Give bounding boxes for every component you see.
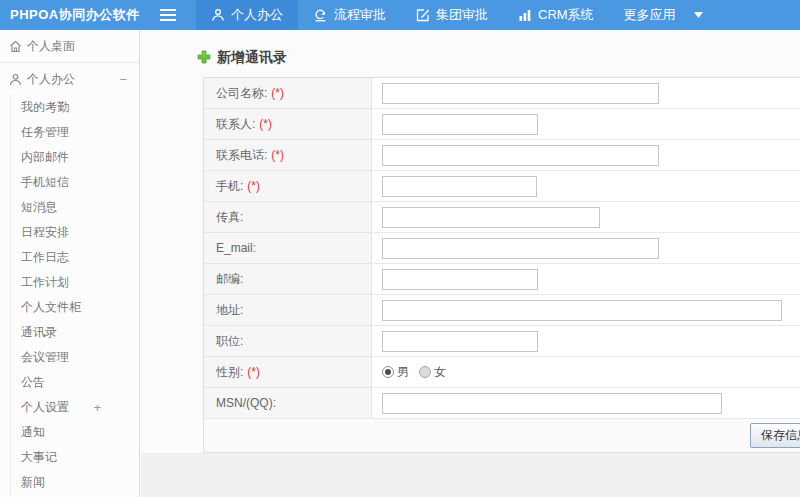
sidebar-item-label: 个人文件柜 (21, 299, 81, 316)
input-邮编[interactable] (382, 269, 538, 290)
expand-icon[interactable]: + (93, 400, 101, 415)
nav-label: 更多应用 (624, 6, 676, 24)
field-label: 邮编: (216, 271, 243, 288)
nav-item-更多应用[interactable]: 更多应用 (609, 0, 718, 30)
input-MSN/(QQ)[interactable] (382, 393, 722, 414)
input-职位[interactable] (382, 331, 538, 352)
sidebar-item-通知[interactable]: 通知 (0, 420, 139, 445)
field-label-cell: E_mail: (204, 233, 372, 263)
input-联系人[interactable] (382, 114, 538, 135)
form-row: 联系电话: (*) (204, 140, 800, 171)
sidebar-item-label: 内部邮件 (21, 149, 69, 166)
radio-icon[interactable] (419, 366, 431, 378)
field-input-cell (372, 109, 800, 139)
nav-label: 流程审批 (334, 6, 386, 24)
sidebar-item-大事记[interactable]: 大事记 (0, 445, 139, 470)
person-icon (211, 8, 225, 22)
sidebar-item-通讯录[interactable]: 通讯录 (0, 320, 139, 345)
process-icon (313, 8, 328, 22)
radio-option-女[interactable]: 女 (419, 364, 446, 381)
field-input-cell (372, 295, 800, 325)
nav-item-CRM系统[interactable]: CRM系统 (503, 0, 609, 30)
form-row: MSN/(QQ): (204, 388, 800, 419)
field-label: 地址: (216, 302, 243, 319)
field-label: 手机: (216, 178, 243, 195)
input-传真[interactable] (382, 207, 600, 228)
sidebar-item-label: 工作计划 (21, 274, 69, 291)
field-label: 联系人: (216, 116, 255, 133)
sidebar-item-会议管理[interactable]: 会议管理 (0, 345, 139, 370)
required-mark: (*) (247, 179, 260, 193)
field-label-cell: 职位: (204, 326, 372, 356)
form-row: 地址: (204, 295, 800, 326)
sidebar-item-label: 工作日志 (21, 249, 69, 266)
input-E_mail[interactable] (382, 238, 659, 259)
field-label: 公司名称: (216, 85, 267, 102)
sidebar-submenu: 我的考勤 任务管理 内部邮件 手机短信 短消息 日程安排 工作日志 工作计划 个… (0, 95, 139, 495)
content-footer-area (141, 453, 800, 497)
field-input-cell (372, 202, 800, 232)
form-row: 职位: (204, 326, 800, 357)
input-公司名称[interactable] (382, 83, 659, 104)
nav-label: 集团审批 (436, 6, 488, 24)
field-input-cell (372, 388, 800, 418)
chart-icon (518, 8, 532, 22)
sidebar-item-label: 新闻 (21, 474, 45, 491)
field-label-cell: 联系人: (*) (204, 109, 372, 139)
field-label-cell: 手机: (*) (204, 171, 372, 201)
sidebar-item-公告[interactable]: 公告 (0, 370, 139, 395)
field-input-cell (372, 171, 800, 201)
sidebar-item-个人文件柜[interactable]: 个人文件柜 (0, 295, 139, 320)
form-row: 传真: (204, 202, 800, 233)
main-content: 新增通讯录 公司名称: (*) 联系人: (*) 联系电话: (*) 手机: (… (141, 30, 800, 497)
sidebar-item-label: 短消息 (21, 199, 57, 216)
radio-option-男[interactable]: 男 (382, 364, 409, 381)
sidebar-item-日程安排[interactable]: 日程安排 (0, 220, 139, 245)
save-button[interactable]: 保存信息 (750, 423, 800, 448)
sidebar-item-label: 通讯录 (21, 324, 57, 341)
sidebar-item-新闻[interactable]: 新闻 (0, 470, 139, 495)
field-input-cell (372, 233, 800, 263)
input-手机[interactable] (382, 176, 537, 197)
field-label-cell: MSN/(QQ): (204, 388, 372, 418)
required-mark: (*) (271, 148, 284, 162)
field-label-cell: 公司名称: (*) (204, 78, 372, 108)
nav-item-集团审批[interactable]: 集团审批 (401, 0, 503, 30)
input-地址[interactable] (382, 300, 782, 321)
field-input-cell: 男女 (372, 357, 800, 387)
field-label-cell: 邮编: (204, 264, 372, 294)
sidebar-item-label: 公告 (21, 374, 45, 391)
field-label: 职位: (216, 333, 243, 350)
caret-down-icon (694, 12, 703, 18)
sidebar-item-desktop[interactable]: 个人桌面 (0, 30, 139, 63)
nav-item-流程审批[interactable]: 流程审批 (298, 0, 401, 30)
sidebar-item-label: 任务管理 (21, 124, 69, 141)
sidebar-item-短消息[interactable]: 短消息 (0, 195, 139, 220)
radio-icon[interactable] (382, 366, 394, 378)
sidebar-item-工作日志[interactable]: 工作日志 (0, 245, 139, 270)
sidebar-item-我的考勤[interactable]: 我的考勤 (0, 95, 139, 120)
field-label: E_mail: (216, 241, 256, 255)
sidebar-item-内部邮件[interactable]: 内部邮件 (0, 145, 139, 170)
sidebar-item-手机短信[interactable]: 手机短信 (0, 170, 139, 195)
input-联系电话[interactable] (382, 145, 659, 166)
form-row: 公司名称: (*) (204, 78, 800, 109)
field-label: 传真: (216, 209, 243, 226)
sidebar-item-label: 通知 (21, 424, 45, 441)
nav-item-个人办公[interactable]: 个人办公 (196, 0, 298, 30)
sidebar-item-label: 个人设置 (21, 399, 69, 416)
field-input-cell (372, 140, 800, 170)
required-mark: (*) (271, 86, 284, 100)
sidebar-item-settings[interactable]: 个人设置 + (0, 395, 139, 420)
nav-label: CRM系统 (538, 6, 594, 24)
sidebar-item-工作计划[interactable]: 工作计划 (0, 270, 139, 295)
menu-icon[interactable] (140, 0, 196, 30)
contact-form: 公司名称: (*) 联系人: (*) 联系电话: (*) 手机: (*) 传真:… (203, 77, 800, 453)
page-title: 新增通讯录 (197, 48, 800, 68)
sidebar-item-任务管理[interactable]: 任务管理 (0, 120, 139, 145)
sidebar-group-personal-office[interactable]: 个人办公 − (0, 63, 139, 95)
collapse-icon[interactable]: − (119, 72, 127, 87)
form-row: E_mail: (204, 233, 800, 264)
home-icon (9, 40, 22, 53)
sidebar-item-label: 我的考勤 (21, 99, 69, 116)
